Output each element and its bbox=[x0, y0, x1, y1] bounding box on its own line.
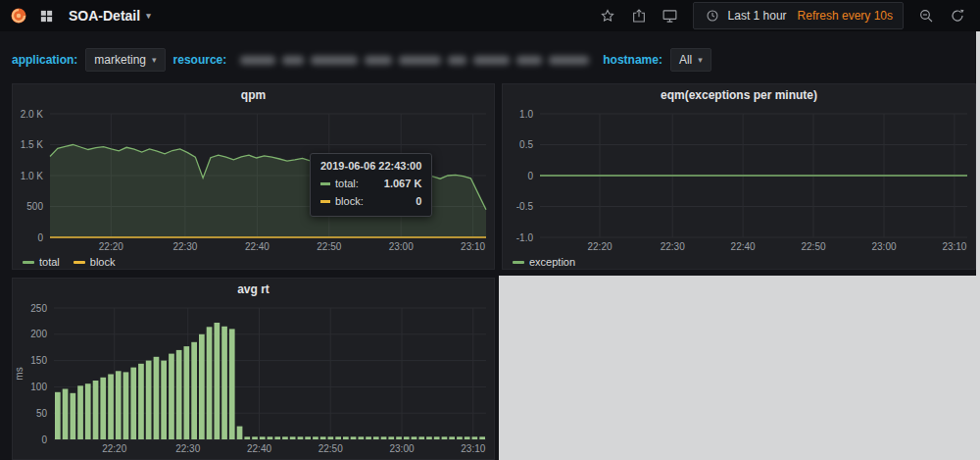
chart-tooltip: 2019-06-06 22:43:00 total: 1.067 K block… bbox=[310, 153, 432, 217]
tooltip-row-block: block: 0 bbox=[320, 193, 421, 211]
svg-text:0.5: 0.5 bbox=[519, 139, 533, 150]
legend-color-dash bbox=[513, 261, 524, 264]
hostname-label: hostname: bbox=[603, 53, 662, 67]
dashboard-grid-icon[interactable] bbox=[37, 7, 55, 25]
refresh-icon[interactable] bbox=[949, 7, 966, 25]
time-range-label: Last 1 hour bbox=[728, 9, 787, 23]
application-value: marketing bbox=[94, 53, 146, 67]
svg-text:22:50: 22:50 bbox=[317, 241, 341, 252]
chevron-down-icon: ▾ bbox=[698, 55, 703, 65]
tooltip-row-total: total: 1.067 K bbox=[320, 176, 421, 193]
tooltip-timestamp: 2019-06-06 22:43:00 bbox=[320, 160, 421, 172]
svg-text:250: 250 bbox=[30, 303, 47, 314]
series-color-mark bbox=[320, 200, 330, 203]
svg-text:23:00: 23:00 bbox=[871, 241, 896, 252]
svg-text:500: 500 bbox=[26, 201, 43, 212]
star-icon[interactable] bbox=[599, 7, 616, 25]
clock-icon bbox=[704, 7, 721, 25]
svg-text:0: 0 bbox=[37, 232, 43, 243]
svg-text:23:00: 23:00 bbox=[389, 241, 414, 252]
variable-filters: application: marketing ▾ resource: hostn… bbox=[12, 47, 711, 73]
eqm-legend: exception bbox=[503, 253, 975, 271]
svg-text:0: 0 bbox=[527, 171, 533, 181]
empty-page-region bbox=[499, 276, 976, 460]
resource-label: resource: bbox=[173, 53, 227, 67]
svg-text:23:10: 23:10 bbox=[461, 241, 485, 252]
time-range-picker[interactable]: Last 1 hour Refresh every 10s bbox=[693, 2, 904, 29]
tooltip-series-value: 1.067 K bbox=[372, 176, 422, 193]
svg-text:22:30: 22:30 bbox=[661, 241, 685, 252]
svg-text:-1.0: -1.0 bbox=[516, 232, 534, 243]
chevron-down-icon: ▾ bbox=[152, 55, 157, 65]
panel-title-avg-rt[interactable]: avg rt bbox=[13, 279, 494, 300]
panel-qpm: qpm 2.0 K1.5 K1.0 K500022:2022:3022:4022… bbox=[12, 83, 495, 270]
panel-avg-rt: avg rt 25020015010050022:2022:3022:4022:… bbox=[12, 278, 495, 460]
chart-canvas[interactable]: 25020015010050022:2022:3022:4022:5023:00… bbox=[13, 300, 494, 455]
navbar-actions: Last 1 hour Refresh every 10s bbox=[599, 2, 970, 29]
svg-text:23:00: 23:00 bbox=[389, 443, 414, 454]
panel-title-qpm[interactable]: qpm bbox=[13, 84, 494, 106]
legend-item-total[interactable]: total bbox=[23, 256, 60, 268]
tooltip-series-value: 0 bbox=[404, 193, 421, 211]
series-color-mark bbox=[320, 182, 330, 185]
svg-text:22:30: 22:30 bbox=[172, 241, 197, 252]
hostname-value: All bbox=[679, 53, 692, 67]
tooltip-series-label: block: bbox=[335, 193, 364, 211]
dashboard-title[interactable]: SOA-Detail ▾ bbox=[69, 8, 151, 24]
resource-value-redacted[interactable] bbox=[234, 49, 595, 71]
hostname-dropdown[interactable]: All ▾ bbox=[670, 48, 711, 72]
application-label: application: bbox=[12, 53, 77, 67]
legend-item-exception[interactable]: exception bbox=[513, 256, 575, 268]
svg-text:200: 200 bbox=[30, 329, 47, 339]
panel-title-eqm[interactable]: eqm(exceptions per minute) bbox=[503, 84, 975, 106]
chevron-down-icon: ▾ bbox=[146, 11, 151, 21]
svg-text:22:40: 22:40 bbox=[245, 241, 270, 252]
dashboard-title-text: SOA-Detail bbox=[69, 8, 140, 24]
svg-text:22:20: 22:20 bbox=[587, 241, 612, 252]
tv-mode-icon[interactable] bbox=[662, 7, 679, 25]
avg-rt-chart[interactable]: 25020015010050022:2022:3022:4022:5023:00… bbox=[13, 300, 494, 455]
grafana-logo-icon[interactable] bbox=[10, 7, 27, 25]
svg-text:150: 150 bbox=[30, 355, 47, 366]
refresh-interval-label: Refresh every 10s bbox=[798, 9, 893, 23]
page-scroll-edge[interactable] bbox=[976, 31, 980, 460]
svg-text:22:20: 22:20 bbox=[102, 443, 126, 454]
legend-color-dash bbox=[23, 261, 34, 264]
svg-text:0: 0 bbox=[41, 434, 47, 445]
svg-text:1.0: 1.0 bbox=[519, 109, 533, 120]
svg-text:2.0 K: 2.0 K bbox=[21, 109, 44, 120]
svg-text:22:50: 22:50 bbox=[318, 443, 343, 454]
tooltip-series-label: total: bbox=[335, 176, 359, 193]
svg-text:ms: ms bbox=[14, 367, 24, 380]
svg-text:22:30: 22:30 bbox=[175, 443, 200, 454]
svg-text:23:10: 23:10 bbox=[461, 443, 485, 454]
svg-text:22:20: 22:20 bbox=[99, 241, 123, 252]
panel-eqm: eqm(exceptions per minute) 1.00.50-0.5-1… bbox=[502, 83, 976, 270]
share-icon[interactable] bbox=[630, 7, 648, 25]
zoom-out-icon[interactable] bbox=[917, 7, 935, 25]
eqm-chart[interactable]: 1.00.50-0.5-1.022:2022:3022:4022:5023:00… bbox=[503, 106, 975, 253]
svg-text:22:40: 22:40 bbox=[247, 443, 271, 454]
legend-item-block[interactable]: block bbox=[74, 256, 116, 268]
navbar: SOA-Detail ▾ Last 1 hour Refre bbox=[0, 0, 980, 31]
svg-text:50: 50 bbox=[36, 408, 48, 419]
svg-text:23:10: 23:10 bbox=[942, 241, 966, 252]
application-dropdown[interactable]: marketing ▾ bbox=[85, 48, 165, 72]
svg-text:22:50: 22:50 bbox=[801, 241, 825, 252]
legend-color-dash bbox=[74, 261, 85, 264]
chart-canvas[interactable]: 1.00.50-0.5-1.022:2022:3022:4022:5023:00… bbox=[503, 106, 975, 253]
qpm-legend: totalblock bbox=[13, 253, 494, 271]
svg-text:22:40: 22:40 bbox=[731, 241, 756, 252]
svg-text:1.5 K: 1.5 K bbox=[21, 139, 44, 150]
svg-text:100: 100 bbox=[30, 382, 47, 392]
svg-text:-0.5: -0.5 bbox=[516, 201, 534, 212]
svg-text:1.0 K: 1.0 K bbox=[21, 171, 44, 181]
